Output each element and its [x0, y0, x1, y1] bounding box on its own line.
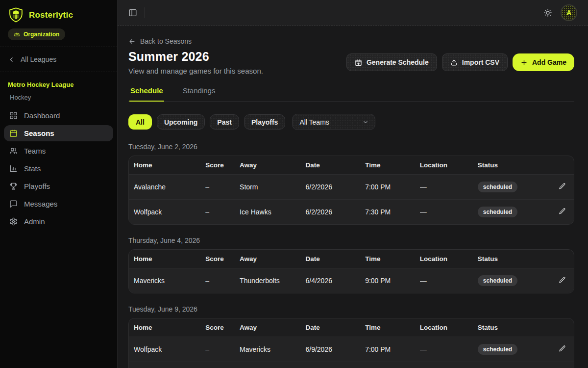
organization-badge[interactable]: Organization [8, 28, 65, 40]
page-header-text: Summer 2026 View and manage games for th… [128, 50, 263, 75]
topbar-divider [145, 7, 145, 18]
brand-logo-row: Rosterlytic [0, 0, 117, 27]
column-header-home: Home [129, 318, 205, 337]
game-away-cell: Thunderbolts [240, 268, 305, 293]
column-header-score: Score [205, 250, 240, 268]
back-to-seasons-label: Back to Seasons [140, 37, 192, 45]
column-header-date: Date [305, 250, 365, 268]
trophy-icon [9, 182, 18, 190]
date-group-heading: Tuesday, June 9, 2026 [128, 305, 574, 313]
game-home-cell: Wolfpack [129, 200, 205, 225]
game-date-cell: 6/9/2026 [305, 337, 365, 362]
edit-game-button[interactable] [559, 183, 566, 190]
chevron-left-icon [8, 56, 15, 63]
arrow-left-icon [128, 38, 136, 45]
game-row: Avalanche–Storm6/2/20267:00 PM—scheduled [129, 175, 574, 200]
column-header-time: Time [365, 250, 420, 268]
game-location-cell: — [420, 337, 478, 362]
generate-schedule-button[interactable]: Generate Schedule [346, 53, 437, 71]
edit-game-button[interactable] [559, 208, 566, 215]
generate-schedule-label: Generate Schedule [367, 58, 429, 66]
app-window: Rosterlytic Organization All Leagues Met… [0, 0, 588, 368]
upload-icon [450, 59, 458, 66]
games-table-card: HomeScoreAwayDateTimeLocationStatusWolfp… [128, 318, 574, 368]
calendar-icon [9, 129, 18, 137]
filter-pill-all[interactable]: All [128, 114, 152, 130]
sidebar-item-teams[interactable]: Teams [4, 143, 113, 159]
avatar[interactable]: A [561, 4, 577, 21]
back-to-seasons-link[interactable]: Back to Seasons [128, 37, 192, 45]
filter-pill-past[interactable]: Past [210, 114, 239, 130]
games-table: HomeScoreAwayDateTimeLocationStatusMaver… [129, 250, 574, 293]
column-header-status: Status [478, 156, 551, 175]
import-csv-label: Import CSV [462, 58, 499, 66]
pencil-icon [559, 345, 566, 352]
sidebar-item-playoffs[interactable]: Playoffs [4, 178, 113, 194]
game-away-cell: Ice Hawks [240, 200, 305, 225]
game-date-cell: 6/9/2026 [305, 362, 365, 368]
table-header-row: HomeScoreAwayDateTimeLocationStatus [129, 318, 574, 337]
game-time-cell: 7:30 PM [365, 200, 420, 225]
game-edit-cell [551, 200, 574, 225]
game-row: Wolfpack–Ice Hawks6/2/20267:30 PM—schedu… [129, 200, 574, 225]
gear-icon [9, 217, 18, 226]
team-filter-select[interactable]: All Teams [292, 114, 375, 130]
column-header-location: Location [420, 250, 478, 268]
column-header-edit [551, 250, 574, 268]
edit-game-button[interactable] [559, 345, 566, 352]
sidebar-item-messages[interactable]: Messages [4, 196, 113, 212]
import-csv-button[interactable]: Import CSV [442, 53, 508, 71]
add-game-button[interactable]: Add Game [513, 53, 574, 71]
header-actions: Generate Schedule Import CSV [346, 53, 574, 71]
sidebar: Rosterlytic Organization All Leagues Met… [0, 0, 118, 368]
game-edit-cell [551, 175, 574, 200]
status-badge: scheduled [478, 207, 517, 217]
sidebar-item-seasons[interactable]: Seasons [4, 125, 113, 141]
game-status-cell: scheduled [478, 337, 551, 362]
column-header-location: Location [420, 318, 478, 337]
column-header-score: Score [205, 156, 240, 175]
users-icon [9, 147, 18, 155]
column-header-home: Home [129, 156, 205, 175]
column-header-date: Date [305, 318, 365, 337]
status-badge: scheduled [478, 344, 517, 355]
page-title: Summer 2026 [128, 50, 263, 64]
game-edit-cell [551, 362, 574, 368]
game-time-cell: 9:00 PM [365, 268, 420, 293]
calendar-plus-icon [355, 59, 362, 66]
schedule-groups: Tuesday, June 2, 2026HomeScoreAwayDateTi… [128, 143, 574, 368]
game-date-cell: 6/2/2026 [305, 175, 365, 200]
column-header-away: Away [240, 250, 305, 268]
game-home-cell: Avalanche [129, 175, 205, 200]
game-status-cell: scheduled [478, 175, 551, 200]
game-score-cell: – [205, 200, 240, 225]
filter-pill-playoffs[interactable]: Playoffs [244, 114, 285, 130]
sidebar-toggle-button[interactable] [128, 8, 137, 17]
date-group-heading: Thursday, June 4, 2026 [128, 237, 574, 244]
game-score-cell: – [205, 175, 240, 200]
sidebar-item-stats[interactable]: Stats [4, 160, 113, 177]
game-status-cell: scheduled [478, 268, 551, 293]
main-area: A Back to Seasons Summer 2026 View and m… [118, 0, 588, 368]
league-name: Metro Hockey League [0, 72, 117, 88]
sidebar-item-admin[interactable]: Admin [4, 213, 113, 230]
game-edit-cell [551, 337, 574, 362]
tab-schedule[interactable]: Schedule [129, 86, 164, 102]
pencil-icon [559, 276, 566, 284]
tab-standings[interactable]: Standings [182, 86, 217, 101]
sidebar-item-dashboard[interactable]: Dashboard [4, 107, 113, 124]
table-header-row: HomeScoreAwayDateTimeLocationStatus [129, 156, 574, 175]
add-game-label: Add Game [532, 58, 566, 66]
filter-pill-upcoming[interactable]: Upcoming [157, 114, 205, 130]
game-date-cell: 6/2/2026 [305, 200, 365, 225]
all-leagues-link[interactable]: All Leagues [0, 47, 117, 72]
theme-toggle-button[interactable] [543, 8, 552, 17]
edit-game-button[interactable] [559, 276, 566, 284]
column-header-away: Away [240, 156, 305, 175]
sidebar-item-label: Messages [24, 200, 57, 208]
plus-icon [520, 59, 528, 66]
sport-label: Hockey [0, 88, 117, 107]
game-row: Avalanche–Ice Hawks6/9/20267:30 PM—sched… [129, 362, 574, 368]
column-header-score: Score [205, 318, 240, 337]
game-status-cell: scheduled [478, 200, 551, 225]
